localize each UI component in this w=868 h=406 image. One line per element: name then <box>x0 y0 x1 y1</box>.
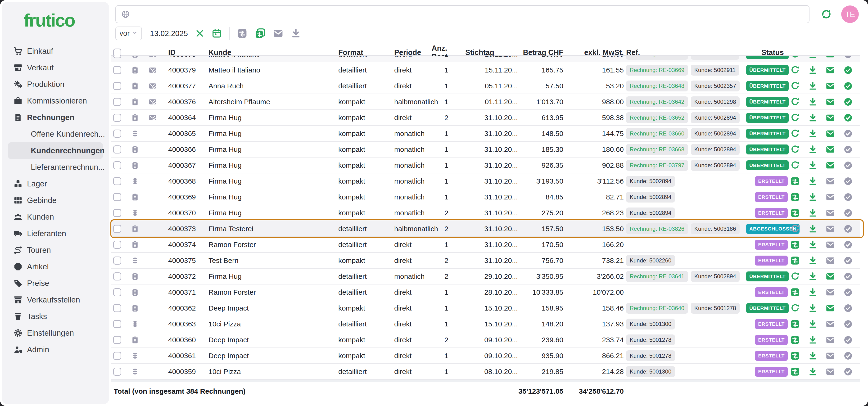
ref-invoice-chip[interactable]: Rechnung: RE-03652 <box>626 112 688 123</box>
email-button[interactable] <box>825 367 835 377</box>
complete-check-button[interactable] <box>843 272 853 281</box>
download-button[interactable] <box>808 303 817 313</box>
email-button[interactable] <box>825 272 835 281</box>
complete-check-button[interactable] <box>843 256 853 266</box>
email-button[interactable] <box>825 129 835 138</box>
sidebar-item-einkauf[interactable]: Einkauf <box>2 43 109 59</box>
download-button[interactable] <box>808 192 817 202</box>
row-checkbox[interactable] <box>113 336 121 344</box>
row-checkbox[interactable] <box>113 304 121 312</box>
transfer-button[interactable] <box>790 240 800 250</box>
table-row[interactable]: 4000372Firma Hugdetailliertmonatlich229.… <box>111 269 860 284</box>
complete-check-button[interactable] <box>843 145 853 154</box>
row-checkbox[interactable] <box>113 352 121 360</box>
email-button[interactable] <box>825 287 835 297</box>
sidebar-item-admin[interactable]: Admin <box>2 341 109 358</box>
row-checkbox[interactable] <box>113 177 121 185</box>
download-button[interactable] <box>808 351 817 361</box>
download-button[interactable] <box>808 272 817 281</box>
refresh-button[interactable] <box>790 224 800 234</box>
row-checkbox[interactable] <box>113 98 121 106</box>
transfer-button[interactable] <box>790 319 800 329</box>
row-checkbox[interactable] <box>113 368 121 376</box>
row-checkbox[interactable] <box>113 114 121 122</box>
transfer-button[interactable] <box>790 351 800 361</box>
email-button[interactable] <box>825 351 835 361</box>
table-row[interactable]: 4000362Deep Impactkompaktdirekt115.10.20… <box>111 300 860 316</box>
complete-check-button[interactable] <box>843 240 853 250</box>
email-button[interactable] <box>825 319 835 329</box>
complete-check-button[interactable] <box>843 208 853 218</box>
download-button[interactable] <box>808 287 817 297</box>
sidebar-item-verkaufsstellen[interactable]: Verkaufsstellen <box>2 291 109 308</box>
complete-check-button[interactable] <box>843 335 853 345</box>
transfer-button[interactable] <box>790 176 800 186</box>
sidebar-item-tasks[interactable]: Tasks <box>2 308 109 325</box>
complete-check-button[interactable] <box>843 351 853 361</box>
row-checkbox[interactable] <box>113 56 121 58</box>
download-button[interactable] <box>808 81 817 91</box>
download-button[interactable] <box>808 256 817 266</box>
email-button[interactable] <box>825 208 835 218</box>
table-row[interactable]: 4000369Firma Hugkompaktmonatlich131.10.2… <box>111 189 860 205</box>
refresh-button[interactable] <box>790 303 800 313</box>
download-button[interactable] <box>808 224 817 234</box>
download-button[interactable] <box>808 240 817 250</box>
table-row[interactable]: 4000364Firma Hugkompaktdirekt231.10.20..… <box>111 110 860 126</box>
row-checkbox[interactable] <box>113 146 121 154</box>
complete-check-button[interactable] <box>843 176 853 186</box>
refresh-button[interactable] <box>790 97 800 107</box>
refresh-button[interactable] <box>790 145 800 154</box>
sidebar-item-kunden[interactable]: Kunden <box>2 209 109 225</box>
row-checkbox[interactable] <box>113 288 121 296</box>
download-button[interactable] <box>808 176 817 186</box>
sync-button[interactable] <box>820 8 832 20</box>
sidebar-item-lieferanten[interactable]: Lieferanten <box>2 225 109 242</box>
complete-check-button[interactable] <box>843 65 853 75</box>
download-button[interactable] <box>808 113 817 123</box>
calendar-button[interactable] <box>212 28 222 39</box>
complete-check-button[interactable] <box>843 160 853 170</box>
email-button[interactable] <box>825 97 835 107</box>
ref-invoice-chip[interactable]: Rechnung: RE-03660 <box>626 128 688 139</box>
row-checkbox[interactable] <box>113 209 121 217</box>
row-checkbox[interactable] <box>113 320 121 328</box>
table-row[interactable]: 4000375Test Bernkompaktdirekt231.10.20..… <box>111 253 860 269</box>
table-row[interactable]: 4000366Firma Hugkompaktmonatlich131.10.2… <box>111 142 860 158</box>
row-checkbox[interactable] <box>113 272 121 280</box>
table-row[interactable]: 4000379Matteo il Italianodetailliertdire… <box>111 62 860 78</box>
ref-invoice-chip[interactable]: Rechnung: RE-03668 <box>626 144 688 155</box>
avatar[interactable]: TE <box>841 5 859 23</box>
table-row[interactable]: 4000368Firma Hugkompaktmonatlich131.10.2… <box>111 174 860 189</box>
row-checkbox[interactable] <box>113 66 121 74</box>
refresh-button[interactable] <box>790 113 800 123</box>
email-button[interactable] <box>825 65 835 75</box>
complete-check-button[interactable] <box>843 224 853 234</box>
complete-check-button[interactable] <box>843 81 853 91</box>
select-all-checkbox[interactable] <box>113 49 121 57</box>
refresh-button[interactable] <box>790 160 800 170</box>
email-button[interactable] <box>825 160 835 170</box>
table-row[interactable]: 4000374Ramon Forsterdetailliertdirekt131… <box>111 237 860 253</box>
table-row[interactable]: 4000361Deep Impactkompaktdirekt109.10.20… <box>111 348 860 364</box>
table-row[interactable]: 400035910ci Pizzadetailliertdirekt108.10… <box>111 364 860 380</box>
complete-check-button[interactable] <box>843 192 853 202</box>
download-button[interactable] <box>808 335 817 345</box>
complete-check-button[interactable] <box>843 367 853 377</box>
table-row[interactable]: 4000376Altersheim Pflaumekompakthalbmona… <box>111 94 860 110</box>
complete-check-button[interactable] <box>843 56 853 59</box>
table-row[interactable]: 4000365Firma Hugkompaktmonatlich131.10.2… <box>111 126 860 142</box>
transfer-button[interactable] <box>790 256 800 266</box>
ref-invoice-chip[interactable]: Rechnung: RE-03826 <box>626 223 688 234</box>
email-button[interactable] <box>825 56 835 59</box>
sidebar-item-kommissionieren[interactable]: Kommissionieren <box>2 93 109 109</box>
search-input[interactable] <box>135 10 804 19</box>
sidebar-item-preise[interactable]: Preise <box>2 275 109 291</box>
download-button[interactable] <box>808 97 817 107</box>
download-button[interactable] <box>808 129 817 138</box>
row-checkbox[interactable] <box>113 225 121 233</box>
transfer-button[interactable] <box>237 28 248 39</box>
sidebar-item-lager[interactable]: Lager <box>2 176 109 192</box>
download-button[interactable] <box>808 319 817 329</box>
table-row[interactable]: 4000377Anna Ruchdetailliertdirekt105.11.… <box>111 78 860 94</box>
